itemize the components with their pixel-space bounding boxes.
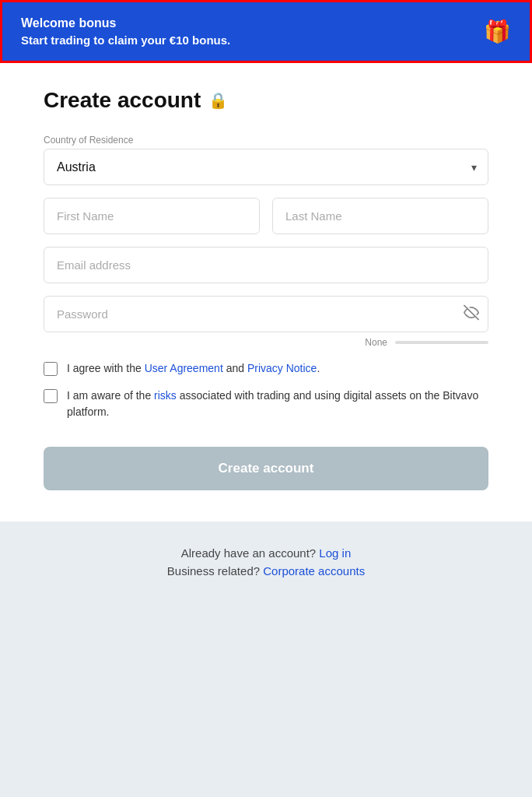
name-row [44,198,488,234]
already-account-text: Already have an account? [181,546,316,560]
email-input[interactable] [44,247,488,283]
country-field: Country of Residence Austria Belgium Fra… [44,135,488,185]
eye-off-icon [464,304,479,320]
banner-title: Welcome bonus [21,16,230,30]
banner-subtitle: Start trading to claim your €10 bonus. [21,33,230,47]
gift-icon: 🎁 [484,19,511,44]
create-account-button[interactable]: Create account [44,447,488,490]
welcome-banner[interactable]: Welcome bonus Start trading to claim you… [0,0,532,63]
password-strength-row: None [44,337,488,348]
user-agreement-link[interactable]: User Agreement [145,362,223,374]
corporate-accounts-link[interactable]: Corporate accounts [263,564,365,578]
page-title: Create account [44,88,201,113]
toggle-password-button[interactable] [464,304,479,324]
agreement-text-middle: and [223,362,247,374]
last-name-field [272,198,488,234]
title-row: Create account 🔒 [44,88,488,113]
agreement-text-suffix: . [317,362,320,374]
footer: Already have an account? Log in Business… [167,546,365,613]
agreement-checkbox[interactable] [44,362,58,376]
country-select[interactable]: Austria Belgium France Germany Netherlan… [44,149,488,184]
login-text: Already have an account? Log in [167,546,365,560]
risks-text-prefix: I am aware of the [67,389,154,402]
form-card: Create account 🔒 Country of Residence Au… [0,63,532,521]
first-name-input[interactable] [44,198,260,234]
first-name-field [44,198,260,234]
email-field [44,247,488,283]
agreement-checkbox-group: I agree with the User Agreement and Priv… [44,360,488,377]
last-name-input[interactable] [272,198,488,234]
strength-bar [395,341,488,344]
privacy-notice-link[interactable]: Privacy Notice [247,362,317,374]
agreement-text-prefix: I agree with the [67,362,145,374]
password-wrapper [44,296,488,332]
strength-label: None [365,337,387,348]
country-select-wrapper[interactable]: Austria Belgium France Germany Netherlan… [44,149,488,185]
risks-checkbox[interactable] [44,389,58,403]
risks-link[interactable]: risks [154,389,177,402]
corporate-text: Business related? Corporate accounts [167,564,365,578]
risks-label[interactable]: I am aware of the risks associated with … [67,388,488,420]
business-related-text: Business related? [167,564,260,578]
banner-text: Welcome bonus Start trading to claim you… [21,16,230,47]
login-link[interactable]: Log in [319,546,351,560]
password-field: None [44,296,488,348]
risks-checkbox-group: I am aware of the risks associated with … [44,388,488,420]
agreement-label[interactable]: I agree with the User Agreement and Priv… [67,360,320,377]
country-label: Country of Residence [44,135,488,146]
lock-icon: 🔒 [208,91,228,110]
password-input[interactable] [44,296,488,332]
